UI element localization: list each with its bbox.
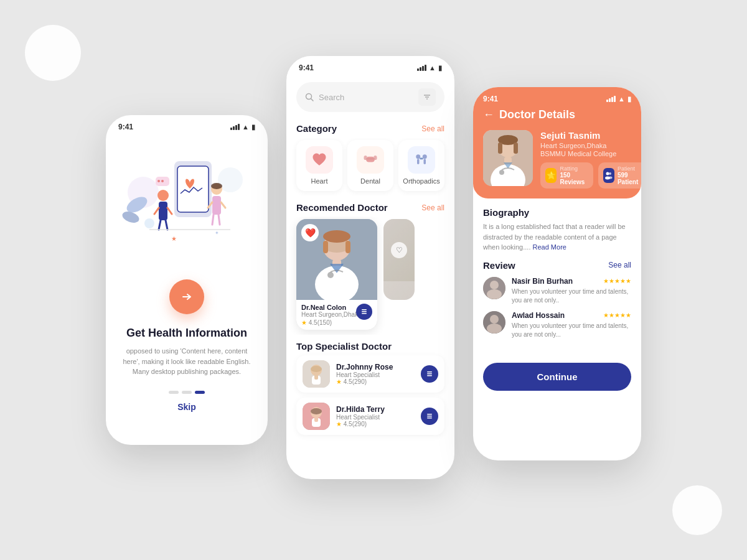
recommended-see-all[interactable]: See all (421, 203, 444, 212)
status-bar-2: 9:41 ▲ ▮ (286, 56, 454, 77)
svg-text:✦: ✦ (215, 230, 219, 236)
category-dental[interactable]: Dental (347, 140, 393, 191)
star-specialist-2: ★ (336, 421, 342, 427)
svg-point-76 (606, 172, 609, 175)
svg-line-27 (311, 99, 314, 101)
bio-title: Biography (483, 207, 631, 218)
skip-button[interactable]: Skip (106, 399, 268, 415)
favorite-icon-1[interactable]: ❤️ (301, 224, 319, 241)
onboarding-title: Get Health Information (121, 327, 252, 340)
review-item-1: Nasir Bin Burhan ★★★★★ When you voluntee… (483, 277, 631, 305)
search-icon (305, 93, 314, 101)
star-stat-icon: ⭐ (545, 168, 557, 183)
svg-rect-51 (362, 313, 367, 314)
recommended-header: Recomended Doctor See all (286, 196, 454, 217)
category-ortho[interactable]: Orthopadics (398, 140, 444, 191)
ortho-svg (413, 151, 430, 169)
svg-point-85 (487, 324, 502, 334)
phone-onboarding: 9:41 ▲ ▮ (106, 115, 268, 445)
doctor-main-spec: Heart Surgeon,Dhaka (540, 142, 641, 149)
svg-rect-59 (427, 375, 432, 376)
specialist-type-2: Heart Specialist (336, 414, 415, 421)
wifi-icon-3: ▲ (618, 95, 625, 103)
specialist-item-2[interactable]: Dr.Hilda Terry Heart Specialist ★ 4.5(29… (296, 398, 444, 435)
review-see-all[interactable]: See all (608, 261, 631, 269)
specialist2-img (303, 403, 330, 430)
svg-rect-8 (159, 202, 167, 220)
heart-category-icon (306, 146, 333, 174)
onboarding-text: Get Health Information opposed to using … (106, 320, 268, 383)
battery-icon-2: ▮ (438, 64, 442, 72)
reviewer-avatar-1 (483, 277, 505, 299)
dental-svg (362, 151, 379, 169)
svg-rect-39 (420, 158, 423, 160)
onboarding-description: opposed to using 'Content here, content … (121, 346, 252, 377)
patient-stat: Patient 599 Patient (598, 162, 641, 189)
continue-button[interactable]: Continue (483, 363, 631, 391)
rating-value: 150 Reviews (560, 172, 588, 185)
svg-rect-31 (366, 157, 375, 162)
doctor-main-college: BSMMU Medical College (540, 150, 641, 157)
doc-detail-btn-1[interactable] (356, 304, 372, 320)
doctor-profile-card: Sejuti Tasnim Heart Surgeon,Dhaka BSMMU … (483, 130, 631, 189)
svg-point-43 (323, 230, 350, 243)
svg-rect-72 (514, 142, 518, 154)
reviewer2-img (483, 311, 505, 334)
specialist-avatar-1 (303, 360, 330, 388)
onboarding-dots (106, 391, 268, 394)
svg-point-4 (144, 218, 154, 228)
svg-rect-66 (427, 416, 432, 417)
reviewer-stars-2: ★★★★★ (603, 312, 631, 319)
svg-rect-32 (364, 156, 367, 160)
specialist-name-1: Dr.Johnny Rose (336, 363, 415, 371)
read-more-btn[interactable]: Read More (533, 243, 566, 251)
category-see-all[interactable]: See all (421, 124, 444, 133)
specialist-btn-1[interactable] (421, 365, 438, 383)
search-bar[interactable]: Search (296, 82, 444, 112)
doctor-card-info-1: Dr.Neal Colon Heart Surgeon,Dhaka ★ 4.5(… (296, 300, 377, 330)
svg-rect-14 (212, 196, 221, 215)
specialist-list: Dr.Johnny Rose Heart Specialist ★ 4.5(29… (286, 355, 454, 435)
specialist-title: Top Specialist Doctor (296, 341, 392, 352)
dental-label: Dental (360, 177, 380, 185)
review-header: Review See all (483, 260, 631, 271)
reviewer-name-1: Nasir Bin Burhan (512, 277, 573, 286)
svg-line-12 (166, 220, 167, 230)
svg-line-11 (159, 220, 161, 230)
next-button[interactable] (169, 279, 204, 314)
doctor-card-2-partial: ♡ (383, 219, 415, 300)
doctor-card-img-1: ❤️ (296, 219, 377, 300)
svg-point-79 (608, 177, 612, 179)
signal-icon-1 (230, 124, 240, 130)
svg-point-54 (311, 366, 322, 372)
status-bar-1: 9:41 ▲ ▮ (106, 115, 268, 136)
svg-point-36 (423, 154, 427, 159)
specialist-type-1: Heart Specialist (336, 371, 415, 378)
svg-rect-56 (314, 375, 318, 380)
reviewer-text-1: When you volunteer your time and talents… (512, 287, 631, 305)
svg-rect-58 (427, 373, 432, 375)
filter-icon[interactable] (418, 88, 436, 106)
svg-line-10 (167, 208, 172, 214)
signal-icon-2 (417, 65, 426, 71)
back-button[interactable]: ← (483, 108, 494, 121)
svg-point-35 (416, 154, 420, 159)
specialist-item-1[interactable]: Dr.Johnny Rose Heart Specialist ★ 4.5(29… (296, 355, 444, 393)
category-heart[interactable]: Heart (296, 140, 342, 191)
specialist-avatar-2 (303, 403, 330, 430)
specialist-info-1: Dr.Johnny Rose Heart Specialist ★ 4.5(29… (336, 363, 415, 385)
svg-point-22 (161, 180, 164, 182)
search-input[interactable]: Search (319, 93, 413, 102)
svg-point-48 (327, 272, 334, 278)
list-icon-1 (360, 308, 368, 315)
reviewer-avatar-2 (483, 311, 505, 334)
svg-rect-50 (362, 311, 367, 312)
recommended-title: Recomended Doctor (296, 202, 388, 213)
reviewer-name-row-2: Awlad Hossain ★★★★★ (512, 311, 631, 320)
page-title: Doctor Details (499, 108, 575, 121)
people-icon (604, 171, 613, 180)
doctor-card-1[interactable]: ❤️ Dr.Neal Colon Heart Surgeon,Dhaka ★ 4… (296, 219, 377, 330)
svg-rect-57 (427, 371, 432, 373)
specialist-btn-2[interactable] (421, 408, 438, 425)
ortho-category-icon (408, 146, 435, 174)
